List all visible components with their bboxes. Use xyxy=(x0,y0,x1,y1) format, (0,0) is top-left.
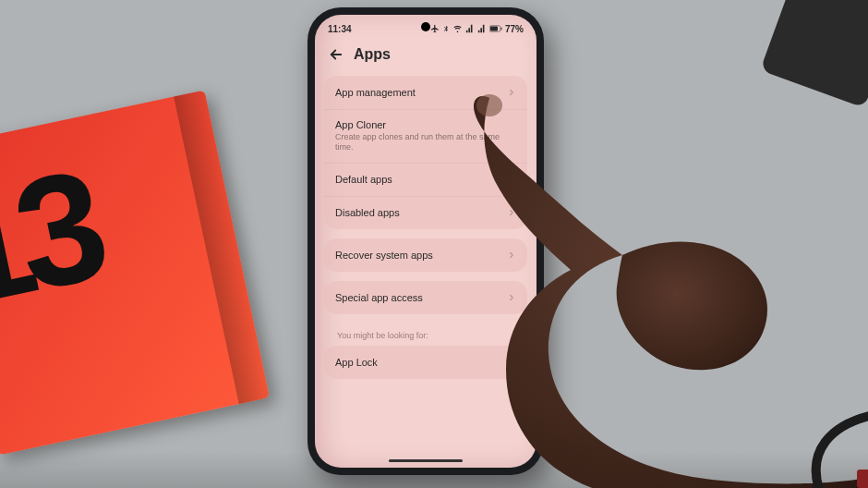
row-label: Default apps xyxy=(335,174,507,185)
signal-icon-2 xyxy=(477,24,487,33)
row-label: Special app access xyxy=(335,292,507,303)
suggest-group: App Lock xyxy=(324,346,527,379)
product-box-edge xyxy=(174,91,270,405)
chevron-right-icon xyxy=(507,88,516,97)
wifi-icon xyxy=(452,24,463,33)
home-indicator[interactable] xyxy=(389,459,463,462)
settings-group-3: Special app access xyxy=(324,281,527,314)
phone-screen: 11:34 77% Apps App management xyxy=(315,15,536,468)
chevron-right-icon xyxy=(507,208,516,217)
row-label: Disabled apps xyxy=(335,207,507,218)
phone-body: 11:34 77% Apps App management xyxy=(307,7,544,475)
chevron-right-icon xyxy=(507,358,516,367)
desk-cable xyxy=(748,396,868,488)
svg-rect-2 xyxy=(500,28,501,30)
status-time: 11:34 xyxy=(328,24,352,34)
row-default-apps[interactable]: Default apps xyxy=(324,163,527,196)
product-box-number: 13 xyxy=(0,146,106,330)
chevron-right-icon xyxy=(507,293,516,302)
product-box: 13 xyxy=(0,91,270,456)
status-right-cluster: 77% xyxy=(430,24,524,34)
airplane-icon xyxy=(430,24,440,33)
battery-icon xyxy=(489,24,502,33)
svg-rect-4 xyxy=(857,470,868,488)
row-subtext: Create app clones and run them at the sa… xyxy=(335,132,516,153)
settings-content: App management App Cloner Create app clo… xyxy=(315,76,536,379)
row-label: App management xyxy=(335,87,507,98)
row-label: App Lock xyxy=(335,357,507,368)
row-label: Recover system apps xyxy=(335,250,507,261)
desk-object-top-right xyxy=(760,0,868,108)
page-title: Apps xyxy=(354,46,391,63)
row-disabled-apps[interactable]: Disabled apps xyxy=(324,196,527,229)
bluetooth-icon xyxy=(442,24,450,33)
settings-group-1: App management App Cloner Create app clo… xyxy=(324,76,527,229)
row-app-lock[interactable]: App Lock xyxy=(324,346,527,379)
row-app-management[interactable]: App management xyxy=(324,76,527,109)
signal-icon xyxy=(465,24,475,33)
row-app-cloner[interactable]: App Cloner Create app clones and run the… xyxy=(324,109,527,163)
back-arrow-icon[interactable] xyxy=(328,46,344,63)
row-label: App Cloner xyxy=(335,119,516,130)
battery-percent: 77% xyxy=(505,24,524,34)
svg-rect-1 xyxy=(490,27,498,31)
row-special-app-access[interactable]: Special app access xyxy=(324,281,527,314)
front-camera xyxy=(421,22,430,31)
suggest-caption: You might be looking for: xyxy=(324,323,527,346)
row-recover-system-apps[interactable]: Recover system apps xyxy=(324,238,527,272)
settings-group-2: Recover system apps xyxy=(324,238,527,272)
chevron-right-icon xyxy=(507,175,516,184)
chevron-right-icon xyxy=(507,250,516,260)
screen-header: Apps xyxy=(315,37,536,76)
